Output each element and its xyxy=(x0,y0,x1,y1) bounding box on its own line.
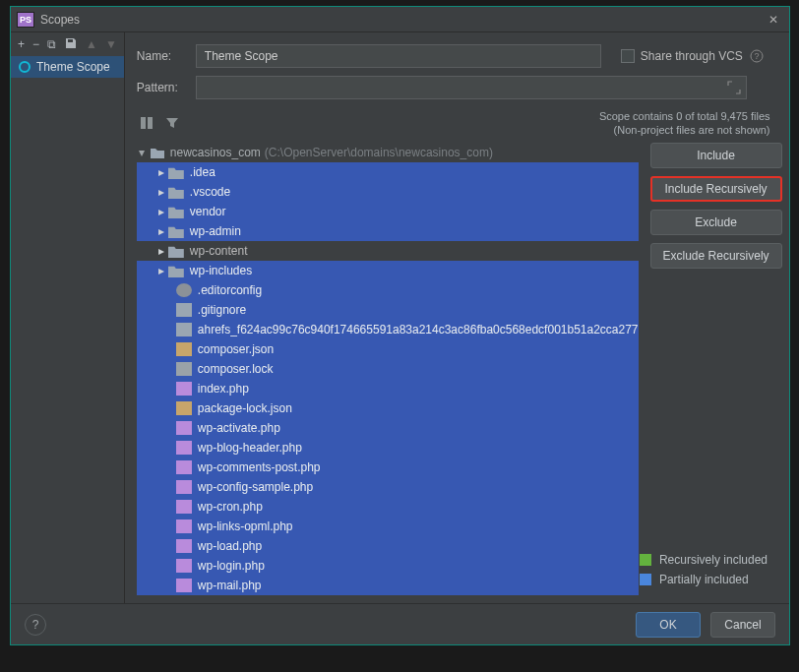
folder-icon xyxy=(168,224,184,238)
tree-item-label: wp-login.php xyxy=(198,559,265,573)
tree-file[interactable]: wp-cron.php xyxy=(137,497,639,517)
tree-folder[interactable]: vendor xyxy=(137,202,639,221)
copy-scope-button[interactable]: ⧉ xyxy=(47,37,56,51)
tree-item-label: wp-activate.php xyxy=(198,421,280,435)
txt-icon xyxy=(176,303,192,317)
scope-icon xyxy=(19,61,31,73)
tree-item-label: .editorconfig xyxy=(198,283,262,297)
svg-rect-0 xyxy=(68,39,73,42)
tree-item-label: wp-load.php xyxy=(198,539,262,553)
folder-icon xyxy=(168,244,184,258)
folder-icon xyxy=(168,264,184,277)
move-down-button[interactable]: ▼ xyxy=(105,37,117,51)
tree-file[interactable]: ahrefs_f624ac99c76c940f174665591a83a214c… xyxy=(137,320,639,339)
file-tree[interactable]: .idea.vscodevendorwp-adminwp-contentwp-i… xyxy=(137,162,639,597)
remove-scope-button[interactable]: − xyxy=(32,37,39,51)
include-button[interactable]: Include xyxy=(650,143,782,168)
tree-file[interactable]: wp-mail.php xyxy=(137,576,639,595)
legend-partial: Partially included xyxy=(640,570,768,589)
pattern-label: Pattern: xyxy=(137,81,186,94)
php-icon xyxy=(176,441,192,455)
tree-item-label: composer.lock xyxy=(198,362,274,376)
php-icon xyxy=(176,519,192,533)
tree-root[interactable]: ▾ newcasinos_com (C:\OpenServer\domains\… xyxy=(137,143,639,162)
tree-item-label: wp-admin xyxy=(190,224,241,238)
tree-item-label: vendor xyxy=(190,205,226,218)
tree-item-label: wp-links-opml.php xyxy=(198,519,293,533)
tree-file[interactable]: wp-links-opml.php xyxy=(137,517,639,536)
php-icon xyxy=(176,480,192,494)
tree-folder[interactable]: .vscode xyxy=(137,182,639,202)
exclude-recursively-button[interactable]: Exclude Recursively xyxy=(650,243,782,269)
tree-folder[interactable]: wp-admin xyxy=(137,221,639,241)
php-icon xyxy=(176,382,192,396)
show-files-toggle[interactable] xyxy=(137,113,156,133)
tree-item-label: wp-blog-header.php xyxy=(198,441,302,455)
pattern-input[interactable] xyxy=(196,76,747,99)
php-icon xyxy=(176,421,192,435)
tree-item-label: wp-includes xyxy=(190,264,252,277)
scope-stats: Scope contains 0 of total 9,475 files (N… xyxy=(599,109,782,137)
tree-item-label: .vscode xyxy=(190,185,230,199)
exclude-button[interactable]: Exclude xyxy=(650,210,782,235)
include-recursively-button[interactable]: Include Recursively xyxy=(650,176,782,202)
tree-item-label: .idea xyxy=(190,165,215,179)
close-icon[interactable]: ✕ xyxy=(764,13,783,27)
save-scope-button[interactable] xyxy=(64,36,78,53)
name-input[interactable] xyxy=(196,44,601,68)
txt-icon xyxy=(176,323,192,336)
folder-icon xyxy=(168,165,184,179)
tree-file[interactable]: index.php xyxy=(137,379,639,398)
scope-label: Theme Scope xyxy=(36,60,110,74)
svg-text:?: ? xyxy=(754,51,759,61)
svg-rect-3 xyxy=(141,117,146,129)
brace-icon xyxy=(176,401,192,415)
tree-file[interactable]: package-lock.json xyxy=(137,398,639,418)
tree-folder[interactable]: wp-content xyxy=(137,241,639,261)
tree-file[interactable]: wp-config-sample.php xyxy=(137,477,639,497)
gear-icon xyxy=(176,283,192,297)
tree-file[interactable]: wp-login.php xyxy=(137,556,639,576)
tree-item-label: composer.json xyxy=(198,342,274,356)
cancel-button[interactable]: Cancel xyxy=(710,612,775,638)
tree-file[interactable]: wp-activate.php xyxy=(137,418,639,438)
filter-icon[interactable] xyxy=(162,113,182,133)
tree-item-label: package-lock.json xyxy=(198,401,292,415)
share-help-icon[interactable]: ? xyxy=(749,48,765,64)
php-icon xyxy=(176,500,192,514)
tree-item-label: wp-content xyxy=(190,244,248,258)
tree-folder[interactable]: wp-includes xyxy=(137,261,639,280)
php-icon xyxy=(176,539,192,553)
dialog-title: Scopes xyxy=(40,13,764,27)
tree-folder[interactable]: .idea xyxy=(137,162,639,182)
lock-icon xyxy=(176,362,192,376)
sidebar-item-scope[interactable]: Theme Scope xyxy=(11,56,124,78)
ok-button[interactable]: OK xyxy=(636,612,701,638)
share-vcs-label: Share through VCS xyxy=(641,49,743,63)
tree-item-label: wp-cron.php xyxy=(198,500,263,514)
tree-file[interactable]: composer.lock xyxy=(137,359,639,379)
add-scope-button[interactable]: + xyxy=(18,37,25,51)
tree-item-label: wp-config-sample.php xyxy=(198,480,313,494)
tree-item-label: index.php xyxy=(198,382,249,396)
share-vcs-checkbox[interactable] xyxy=(621,49,635,63)
php-icon xyxy=(176,579,192,592)
tree-item-label: wp-mail.php xyxy=(198,579,262,592)
tree-item-label: wp-comments-post.php xyxy=(198,460,321,474)
tree-item-label: .gitignore xyxy=(198,303,246,317)
tree-file[interactable]: wp-blog-header.php xyxy=(137,438,639,458)
tree-item-label: ahrefs_f624ac99c76c940f174665591a83a214c… xyxy=(198,323,639,336)
svg-rect-4 xyxy=(148,117,153,129)
app-icon: PS xyxy=(17,12,34,28)
name-label: Name: xyxy=(137,49,186,63)
tree-file[interactable]: wp-load.php xyxy=(137,536,639,556)
tree-file[interactable]: .editorconfig xyxy=(137,280,639,300)
php-icon xyxy=(176,559,192,573)
tree-file[interactable]: wp-comments-post.php xyxy=(137,458,639,477)
move-up-button[interactable]: ▲ xyxy=(86,37,97,51)
help-button[interactable]: ? xyxy=(25,614,46,636)
brace-icon xyxy=(176,342,192,356)
folder-icon xyxy=(168,205,184,218)
tree-file[interactable]: composer.json xyxy=(137,339,639,359)
tree-file[interactable]: .gitignore xyxy=(137,300,639,320)
